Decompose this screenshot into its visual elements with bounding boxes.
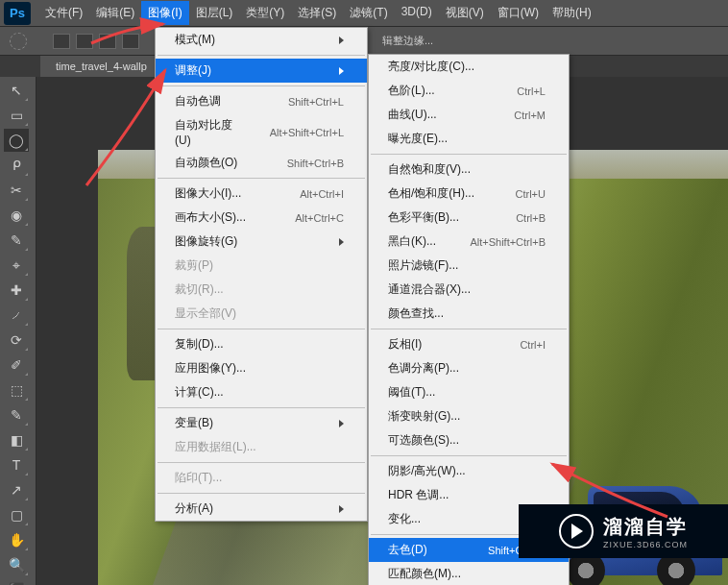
menuitem-色相饱和度h[interactable]: 色相/饱和度(H)...Ctrl+U [369, 182, 569, 206]
tool-2[interactable]: ◯ [4, 129, 29, 152]
tool-14[interactable]: ◧ [4, 428, 29, 451]
menuitem-颜色查找[interactable]: 颜色查找... [369, 302, 569, 326]
menuitem-照片滤镜f[interactable]: 照片滤镜(F)... [369, 254, 569, 278]
menuitem-调整j[interactable]: 调整(J) [156, 59, 367, 83]
tool-16[interactable]: ↗ [4, 478, 29, 501]
menuitem-黑白k[interactable]: 黑白(K)...Alt+Shift+Ctrl+B [369, 230, 569, 254]
menuitem-显示全部v: 显示全部(V) [156, 302, 367, 326]
option-new-selection-icon[interactable] [53, 34, 70, 49]
submenu-arrow-icon [339, 505, 344, 513]
menu-文件[interactable]: 文件(F) [38, 1, 89, 25]
menuitem-阈值t[interactable]: 阈值(T)... [369, 380, 569, 404]
tool-11[interactable]: ✐ [4, 353, 29, 377]
annotation-arrow-1 [86, 19, 173, 52]
image-menu-dropdown: 模式(M)调整(J)自动色调Shift+Ctrl+L自动对比度(U)Alt+Sh… [155, 27, 368, 522]
menuitem-可选颜色s[interactable]: 可选颜色(S)... [369, 428, 569, 452]
menuitem-渐变映射g[interactable]: 渐变映射(G)... [369, 404, 569, 428]
menuitem-变量b[interactable]: 变量(B) [156, 411, 367, 435]
app-logo: Ps [4, 2, 31, 25]
tool-0[interactable]: ↖ [4, 79, 29, 102]
tool-preset-icon[interactable] [10, 33, 27, 50]
tool-9[interactable]: ⟋ [4, 304, 29, 327]
submenu-arrow-icon [339, 420, 344, 427]
menuitem-匹配颜色m[interactable]: 匹配颜色(M)... [369, 562, 569, 585]
menuitem-图像旋转g[interactable]: 图像旋转(G) [156, 230, 367, 254]
menuitem-裁剪p: 裁剪(P) [156, 254, 367, 278]
menuitem-计算c[interactable]: 计算(C)... [156, 380, 367, 404]
tool-15[interactable]: T [4, 453, 29, 476]
menuitem-自动颜色o[interactable]: 自动颜色(O)Shift+Ctrl+B [156, 151, 367, 175]
tool-8[interactable]: ✚ [4, 279, 29, 302]
tool-5[interactable]: ◉ [4, 204, 29, 227]
tools-panel: ↖▭◯ᑭ✂◉✎⌖✚⟋⟳✐⬚✎◧T↗▢✋🔍⬛⇄⊡◐ [0, 77, 36, 585]
submenu-arrow-icon [339, 238, 344, 246]
submenu-arrow-icon [339, 37, 344, 44]
menu-滤镜[interactable]: 滤镜(T) [343, 1, 394, 25]
menuitem-色阶l[interactable]: 色阶(L)...Ctrl+L [369, 79, 569, 103]
menu-选择[interactable]: 选择(S) [291, 1, 343, 25]
menuitem-画布大小s[interactable]: 画布大小(S)...Alt+Ctrl+C [156, 206, 367, 230]
tool-1[interactable]: ▭ [4, 104, 29, 127]
menuitem-陷印t: 陷印(T)... [156, 466, 367, 490]
menuitem-阴影高光w[interactable]: 阴影/高光(W)... [369, 459, 569, 483]
menu-帮助[interactable]: 帮助(H) [546, 1, 598, 25]
menuitem-亮度对比度c[interactable]: 亮度/对比度(C)... [369, 55, 569, 79]
tool-4[interactable]: ✂ [4, 179, 29, 202]
menuitem-曲线u[interactable]: 曲线(U)...Ctrl+M [369, 103, 569, 127]
menu-3d[interactable]: 3D(D) [395, 1, 439, 25]
menuitem-分析a[interactable]: 分析(A) [156, 497, 367, 521]
menuitem-图像大小i[interactable]: 图像大小(I)...Alt+Ctrl+I [156, 182, 367, 206]
tool-7[interactable]: ⌖ [4, 254, 29, 277]
menuitem-反相i[interactable]: 反相(I)Ctrl+I [369, 332, 569, 356]
annotation-arrow-2 [77, 65, 173, 194]
submenu-arrow-icon [339, 67, 344, 75]
menuitem-应用图像y[interactable]: 应用图像(Y)... [156, 356, 367, 380]
menuitem-复制d[interactable]: 复制(D)... [156, 332, 367, 356]
menuitem-自然饱和度v[interactable]: 自然饱和度(V)... [369, 158, 569, 182]
menu-视图[interactable]: 视图(V) [439, 1, 491, 25]
tool-13[interactable]: ✎ [4, 403, 29, 427]
menuitem-模式m[interactable]: 模式(M) [156, 28, 367, 52]
menuitem-通道混合器x[interactable]: 通道混合器(X)... [369, 278, 569, 302]
tool-20[interactable]: ⬛ [4, 578, 29, 585]
menu-窗口[interactable]: 窗口(W) [491, 1, 546, 25]
menuitem-应用数据组l: 应用数据组(L)... [156, 435, 367, 459]
menuitem-裁切r: 裁切(R)... [156, 278, 367, 302]
watermark-url: ZIXUE.3D66.COM [603, 540, 688, 549]
tool-10[interactable]: ⟳ [4, 329, 29, 352]
tool-18[interactable]: ✋ [4, 528, 29, 551]
menuitem-自动对比度u[interactable]: 自动对比度(U)Alt+Shift+Ctrl+L [156, 113, 367, 151]
annotation-arrow-3 [547, 459, 672, 530]
menu-类型[interactable]: 类型(Y) [239, 1, 291, 25]
tool-19[interactable]: 🔍 [4, 553, 29, 576]
tool-3[interactable]: ᑭ [4, 154, 29, 177]
tool-6[interactable]: ✎ [4, 229, 29, 252]
menuitem-色彩平衡b[interactable]: 色彩平衡(B)...Ctrl+B [369, 206, 569, 230]
menuitem-曝光度e[interactable]: 曝光度(E)... [369, 127, 569, 151]
menuitem-色调分离p[interactable]: 色调分离(P)... [369, 356, 569, 380]
option-hint: 辑整边缘... [382, 34, 433, 48]
tool-17[interactable]: ▢ [4, 503, 29, 526]
menu-图层[interactable]: 图层(L) [189, 1, 240, 25]
tool-12[interactable]: ⬚ [4, 378, 29, 402]
menuitem-自动色调[interactable]: 自动色调Shift+Ctrl+L [156, 89, 367, 113]
